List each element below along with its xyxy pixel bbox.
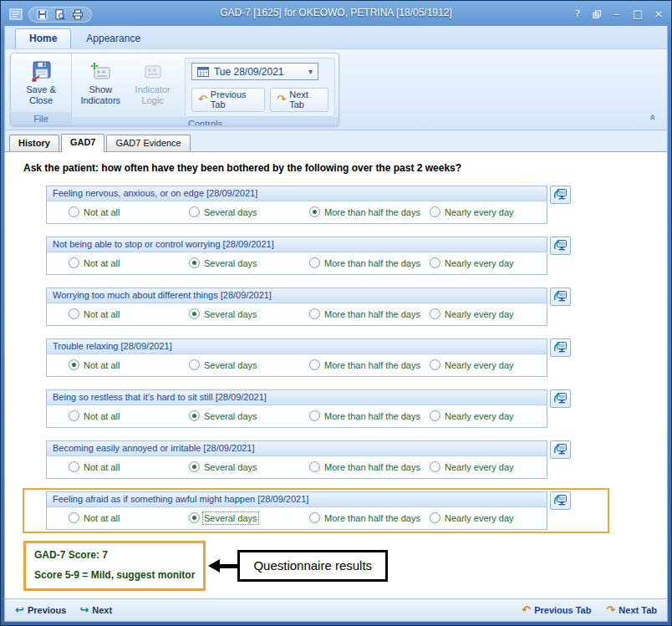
radio-option[interactable]: Several days [189, 206, 309, 217]
radio-option[interactable]: Not at all [69, 461, 189, 472]
radio-button-icon[interactable] [430, 206, 440, 217]
radio-option-label: More than half the days [324, 360, 420, 370]
radio-button-icon[interactable] [430, 461, 440, 472]
radio-button-icon[interactable] [189, 461, 200, 472]
radio-button-icon[interactable] [189, 206, 200, 217]
radio-button-icon[interactable] [189, 359, 200, 370]
radio-button-icon[interactable] [430, 359, 440, 370]
radio-button-icon[interactable] [69, 410, 79, 421]
question-header: Feeling afraid as if something awful mig… [47, 492, 547, 507]
question-source-button[interactable] [550, 491, 571, 510]
radio-option[interactable]: Several days [189, 359, 309, 370]
radio-option[interactable]: More than half the days [309, 359, 430, 370]
radio-button-icon[interactable] [69, 308, 79, 319]
radio-button-icon[interactable] [309, 206, 320, 217]
show-indicators-button[interactable]: Show Indicators [75, 56, 125, 106]
question-source-button[interactable] [550, 338, 571, 357]
radio-button-icon[interactable] [309, 359, 320, 370]
tab-appearance[interactable]: Appearance [73, 29, 154, 48]
radio-option[interactable]: Several days [189, 308, 309, 319]
form-icon[interactable] [9, 8, 23, 20]
radio-button-icon[interactable] [69, 257, 79, 268]
date-picker[interactable]: Tue 28/09/2021 ▾ [191, 63, 318, 80]
radio-option[interactable]: More than half the days [309, 257, 430, 268]
radio-option[interactable]: Several days [189, 257, 309, 268]
question-source-button[interactable] [550, 389, 571, 408]
radio-option[interactable]: Several days [189, 461, 309, 472]
score-section: GAD-7 Score: 7 Score 5-9 = Mild, suggest… [23, 541, 667, 591]
close-icon[interactable]: × [653, 8, 664, 21]
question-source-button[interactable] [550, 288, 571, 306]
radio-button-icon[interactable] [309, 461, 320, 472]
radio-option[interactable]: Not at all [69, 410, 189, 421]
radio-button-icon[interactable] [189, 512, 200, 523]
question-options: Not at all Several days More than half t… [47, 507, 547, 529]
radio-option[interactable]: More than half the days [309, 308, 430, 319]
ribbon: Save & Close File Show Indicators [5, 48, 667, 130]
radio-option[interactable]: More than half the days [309, 410, 430, 421]
radio-option[interactable]: Several days [189, 410, 309, 421]
radio-option[interactable]: More than half the days [309, 206, 430, 217]
previous-button[interactable]: ↩ Previous [15, 605, 66, 615]
radio-option[interactable]: Not at all [69, 512, 189, 523]
radio-button-icon[interactable] [430, 257, 440, 268]
print-preview-icon[interactable] [54, 9, 65, 20]
question-panel: Becoming easily annoyed or irritable [28… [46, 440, 547, 479]
print-icon[interactable] [72, 9, 84, 20]
tab-gad7-evidence[interactable]: GAD7 Evidence [106, 135, 190, 151]
radio-button-icon[interactable] [309, 512, 320, 523]
previous-tab-button[interactable]: ↶ Previous Tab [191, 88, 265, 112]
radio-option[interactable]: Nearly every day [430, 308, 514, 319]
help-icon[interactable]: ? [572, 8, 583, 21]
radio-option-label: Nearly every day [445, 462, 514, 472]
radio-button-icon[interactable] [189, 257, 200, 268]
radio-option-label: More than half the days [324, 513, 420, 523]
minimize-icon[interactable]: – [611, 8, 623, 21]
radio-option[interactable]: Nearly every day [430, 410, 514, 421]
radio-button-icon[interactable] [189, 410, 200, 421]
radio-button-icon[interactable] [430, 512, 440, 523]
footer-previous-tab-button[interactable]: ↶ Previous Tab [522, 605, 591, 615]
radio-button-icon[interactable] [309, 410, 320, 421]
radio-option[interactable]: Nearly every day [430, 461, 514, 472]
question-source-button[interactable] [550, 237, 571, 255]
radio-option[interactable]: More than half the days [309, 512, 430, 523]
question-source-button[interactable] [550, 186, 571, 204]
radio-option[interactable]: Nearly every day [430, 359, 514, 370]
ribbon-group-controls: Show Indicators Indicator Logic [71, 53, 339, 125]
radio-button-icon[interactable] [69, 461, 79, 472]
radio-button-icon[interactable] [309, 257, 320, 268]
radio-option[interactable]: Nearly every day [430, 206, 514, 217]
radio-button-icon[interactable] [309, 308, 320, 319]
radio-option[interactable]: Not at all [69, 206, 189, 217]
restore-icon[interactable] [593, 10, 602, 19]
tab-history[interactable]: History [9, 135, 59, 151]
radio-button-icon[interactable] [430, 308, 440, 319]
collapse-ribbon-icon[interactable]: « [648, 115, 660, 121]
footer-next-tab-button[interactable]: ↷ Next Tab [606, 605, 657, 615]
tab-home[interactable]: Home [15, 28, 71, 48]
radio-button-icon[interactable] [430, 410, 440, 421]
dropdown-icon[interactable]: ▾ [308, 67, 313, 76]
radio-option-label: Several days [204, 462, 257, 472]
radio-button-icon[interactable] [69, 206, 79, 217]
maximize-icon[interactable]: □ [632, 8, 644, 21]
radio-option[interactable]: Nearly every day [430, 512, 514, 523]
radio-option-label: Nearly every day [445, 411, 514, 421]
radio-option[interactable]: Not at all [69, 308, 189, 319]
next-button[interactable]: ↪ Next [79, 605, 112, 615]
next-tab-button[interactable]: ↷ Next Tab [270, 88, 328, 112]
save-icon[interactable] [37, 9, 48, 20]
radio-option[interactable]: Not at all [69, 359, 189, 370]
radio-option[interactable]: Nearly every day [430, 257, 514, 268]
question-source-button[interactable] [550, 440, 571, 459]
radio-button-icon[interactable] [69, 359, 79, 370]
radio-button-icon[interactable] [69, 512, 79, 523]
radio-option[interactable]: Several days [189, 512, 309, 523]
radio-button-icon[interactable] [189, 308, 200, 319]
save-close-button[interactable]: Save & Close [14, 56, 68, 106]
radio-option[interactable]: More than half the days [309, 461, 430, 472]
window-title: GAD-7 [1625] for OKEOWO, PETRINA [18/05/… [4, 7, 668, 18]
tab-gad7[interactable]: GAD7 [61, 134, 105, 152]
radio-option[interactable]: Not at all [69, 257, 189, 268]
